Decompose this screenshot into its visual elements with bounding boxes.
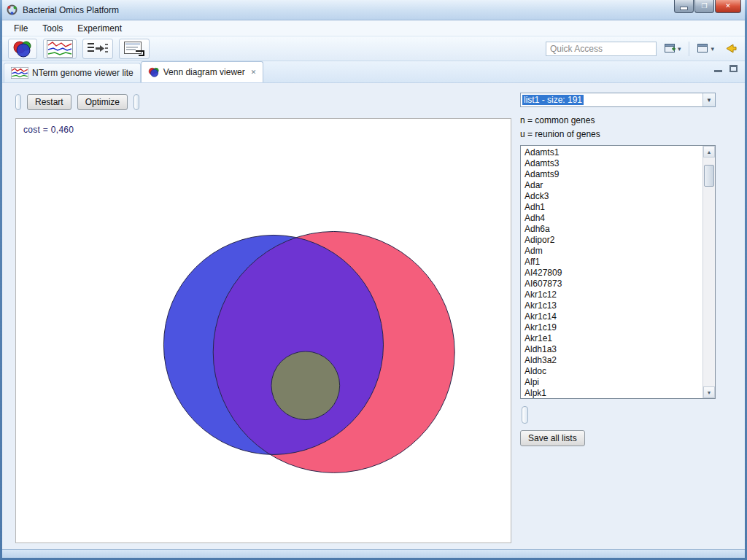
scroll-down-icon: ▼: [707, 390, 712, 395]
close-button[interactable]: ✕: [715, 0, 741, 13]
genome-chart-icon: [11, 67, 28, 79]
legend-common: n = common genes: [520, 114, 600, 128]
tab-venn-viewer[interactable]: Venn diagram viewer ✕: [141, 61, 264, 82]
list-item[interactable]: Akr1e1: [525, 333, 703, 344]
report-icon: [123, 40, 146, 58]
toolbar-right-group: ▾ ▾: [546, 42, 739, 56]
list-item[interactable]: Adh4: [525, 213, 703, 224]
list-item[interactable]: Aldoc: [525, 366, 703, 377]
genome-viewer-tool-button[interactable]: [43, 39, 77, 59]
app-icon: [6, 4, 18, 16]
venn-icon: [148, 67, 160, 77]
list-item[interactable]: Adipor2: [525, 235, 703, 246]
list-item[interactable]: Adck3: [525, 191, 703, 202]
gene-list: Adamts1Adamts3Adamts9AdarAdck3Adh1Adh4Ad…: [521, 146, 703, 398]
yellow-arrow-icon: [724, 43, 737, 55]
list-item[interactable]: Alpi: [525, 377, 703, 388]
window-title: Bacterial Omics Platform: [23, 5, 119, 15]
optimize-button[interactable]: Optimize: [77, 94, 128, 110]
tab-label: Venn diagram viewer: [163, 67, 245, 77]
list-item[interactable]: Aldh1a3: [525, 344, 703, 355]
toolbar-divider: [689, 42, 689, 56]
maximize-button[interactable]: ❐: [694, 0, 714, 13]
view-tabbar: NTerm genome viewer lite Venn diagram vi…: [2, 61, 745, 83]
close-icon: ✕: [725, 3, 731, 9]
list-item[interactable]: Akr1c13: [525, 300, 703, 311]
minimize-icon: [681, 7, 687, 9]
list-item[interactable]: Adh1: [525, 202, 703, 213]
tab-label: NTerm genome viewer lite: [32, 68, 133, 78]
scroll-up-icon: ▲: [707, 149, 712, 155]
toolbar-grip[interactable]: [15, 94, 21, 110]
list-selector-value: list1 - size: 191: [521, 93, 703, 106]
gene-list-scrollbar[interactable]: ▲ ▼: [703, 146, 715, 398]
tab-close-icon[interactable]: ✕: [251, 69, 257, 76]
scrollbar-thumb[interactable]: [704, 165, 714, 187]
list-item[interactable]: Akr1c19: [525, 322, 703, 333]
view-maximize-icon: [729, 65, 738, 72]
venn-diagram: [16, 119, 511, 542]
menubar: File Tools Experiment: [2, 20, 745, 36]
view-maximize-button[interactable]: [729, 65, 738, 72]
list-item[interactable]: Akr1c14: [525, 311, 703, 322]
quick-access-input[interactable]: [546, 42, 657, 56]
view-controls: [714, 65, 738, 72]
legend-reunion: u = reunion of genes: [520, 128, 600, 141]
perspective-icon: [665, 44, 676, 54]
toolbar-grip[interactable]: [133, 94, 139, 110]
chevron-down-icon: ▾: [678, 45, 681, 52]
venn-icon: [12, 40, 33, 58]
scrollbar-track[interactable]: [703, 158, 715, 386]
maximize-icon: ❐: [701, 3, 707, 9]
tab-genome-viewer[interactable]: NTerm genome viewer lite: [4, 63, 141, 82]
scroll-up-button[interactable]: ▲: [703, 146, 715, 158]
list-item[interactable]: Aldh3a2: [525, 355, 703, 366]
combo-dropdown-button[interactable]: ▼: [703, 93, 715, 106]
scroll-down-button[interactable]: ▼: [703, 386, 715, 398]
list-item[interactable]: Adh6a: [525, 224, 703, 235]
view-minimize-button[interactable]: [714, 65, 722, 72]
selected-text: list1 - size: 191: [522, 95, 584, 105]
legend: n = common genes u = reunion of genes: [520, 114, 600, 141]
gene-listbox[interactable]: Adamts1Adamts3Adamts9AdarAdck3Adh1Adh4Ad…: [520, 145, 716, 399]
chevron-down-icon: ▾: [711, 45, 714, 52]
list-item[interactable]: Alpk1: [525, 388, 703, 398]
genome-chart-icon: [47, 40, 73, 58]
list-item[interactable]: Adm: [525, 246, 703, 257]
venn-canvas[interactable]: cost = 0,460: [15, 118, 511, 543]
window-controls: ❐ ✕: [674, 0, 741, 13]
window-frame: Bacterial Omics Platform ❐ ✕ File Tools …: [0, 0, 747, 560]
venn-viewer-pane: Restart Optimize cost = 0,460: [2, 83, 514, 549]
minimize-button[interactable]: [674, 0, 694, 13]
list-item[interactable]: Aff1: [525, 257, 703, 268]
combo-arrow-icon: ▼: [706, 97, 712, 104]
venn-toolbar: Restart Optimize: [15, 93, 511, 111]
gene-list-panel: list1 - size: 191 ▼ n = common genes u =…: [514, 83, 745, 549]
list-item[interactable]: Akr1c12: [525, 289, 703, 300]
perspective-button-1[interactable]: ▾: [662, 42, 684, 55]
list-export-icon: [86, 40, 109, 58]
list-item[interactable]: Adar: [525, 180, 703, 191]
open-perspective-button[interactable]: [722, 42, 739, 56]
list-item[interactable]: Adamts9: [525, 169, 703, 180]
main-area: Restart Optimize cost = 0,460: [2, 83, 745, 549]
main-toolbar: ▾ ▾: [2, 36, 745, 61]
list-selector[interactable]: list1 - size: 191 ▼: [520, 93, 716, 107]
venn-diagram-tool-button[interactable]: [8, 39, 37, 59]
list-item[interactable]: AI427809: [525, 268, 703, 279]
list-item[interactable]: Adamts1: [525, 147, 703, 158]
menu-item-tools[interactable]: Tools: [36, 22, 69, 35]
titlebar: Bacterial Omics Platform ❐ ✕: [2, 0, 745, 20]
save-all-lists-button[interactable]: Save all lists: [520, 430, 585, 446]
restart-button[interactable]: Restart: [27, 94, 71, 110]
perspective-button-2[interactable]: ▾: [695, 42, 716, 55]
menu-item-experiment[interactable]: Experiment: [71, 22, 128, 35]
perspective-icon: [697, 44, 709, 54]
list-export-tool-button[interactable]: [82, 39, 113, 59]
venn-circle-gray[interactable]: [271, 351, 340, 420]
report-view-tool-button[interactable]: [119, 39, 150, 59]
list-item[interactable]: AI607873: [525, 279, 703, 289]
menu-item-file[interactable]: File: [8, 22, 34, 35]
list-item[interactable]: Adamts3: [525, 158, 703, 169]
panel-toolbar-grip[interactable]: [522, 406, 528, 424]
